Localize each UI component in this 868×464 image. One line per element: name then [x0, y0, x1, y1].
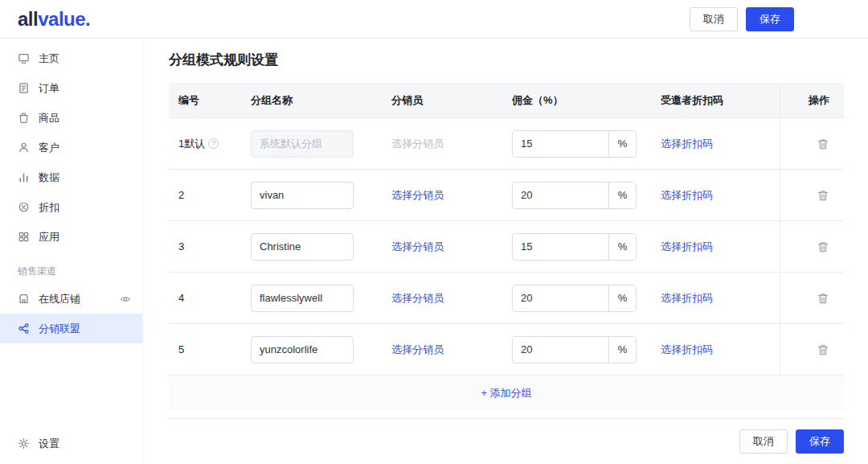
group-name-input[interactable]: [251, 182, 354, 209]
page-title: 分组模式规则设置: [169, 51, 844, 69]
add-group-button[interactable]: + 添加分组: [169, 376, 844, 411]
col-header-action: 操作: [780, 83, 844, 117]
commission-input[interactable]: [513, 234, 608, 260]
topbar: allvalue. 取消 保存: [0, 0, 868, 39]
select-distributor-link[interactable]: 选择分销员: [391, 188, 444, 203]
trash-icon[interactable]: [817, 343, 829, 356]
col-header-name: 分组名称: [241, 93, 382, 108]
row-id: 2: [169, 189, 241, 201]
trash-icon[interactable]: [817, 292, 829, 305]
select-discount-code-link[interactable]: 选择折扣码: [661, 137, 713, 151]
home-icon: [18, 52, 30, 64]
select-discount-code-link[interactable]: 选择折扣码: [661, 240, 713, 254]
sidebar-item-online-store[interactable]: 在线店铺: [0, 284, 142, 314]
sidebar-item-apps[interactable]: 应用: [0, 222, 142, 252]
logo-part-all: all: [18, 8, 38, 31]
discount-icon: [18, 201, 30, 213]
commission-input-group: %: [512, 336, 637, 363]
table-row: 1默认 ? 选择分销员 %: [169, 118, 844, 170]
select-discount-code-link[interactable]: 选择折扣码: [661, 343, 713, 357]
orders-icon: [18, 82, 30, 94]
select-distributor-disabled: 选择分销员: [391, 137, 444, 151]
table-row: 5 选择分销员 %: [169, 324, 844, 376]
percent-suffix: %: [608, 131, 636, 157]
sidebar-item-settings[interactable]: 设置: [0, 429, 142, 458]
sidebar-item-label: 在线店铺: [39, 292, 80, 306]
sidebar-item-label: 应用: [39, 230, 59, 244]
logo-part-value: value: [38, 8, 85, 31]
percent-suffix: %: [608, 183, 636, 208]
table-row: 4 选择分销员 %: [169, 273, 844, 324]
row-id: 5: [169, 343, 241, 355]
sidebar: 主页 订单 商品 客户 数据 折扣: [0, 39, 143, 464]
sidebar-item-products[interactable]: 商品: [0, 103, 142, 133]
commission-input-group: %: [512, 182, 637, 209]
products-icon: [18, 112, 30, 124]
store-icon: [18, 293, 30, 305]
customers-icon: [18, 142, 30, 154]
footer-bar: 取消 保存: [169, 418, 844, 464]
gear-icon: [18, 437, 30, 450]
select-distributor-link[interactable]: 选择分销员: [391, 240, 444, 254]
trash-icon[interactable]: [817, 189, 829, 202]
sidebar-item-customers[interactable]: 客户: [0, 133, 142, 162]
commission-input[interactable]: [513, 131, 608, 157]
select-discount-code-link[interactable]: 选择折扣码: [661, 291, 713, 306]
sidebar-item-label: 分销联盟: [39, 322, 80, 336]
table-header-row: 编号 分组名称 分销员 佣金（%） 受邀者折扣码 操作: [169, 83, 844, 118]
cancel-button[interactable]: 取消: [690, 7, 738, 31]
sidebar-item-label: 客户: [39, 141, 59, 155]
col-header-discount: 受邀者折扣码: [651, 93, 780, 108]
percent-suffix: %: [608, 234, 636, 260]
save-button[interactable]: 保存: [796, 429, 844, 454]
sidebar-section-sales-channels: 销售渠道: [0, 252, 142, 284]
row-id: 3: [169, 240, 241, 253]
table-row: 2 选择分销员 %: [169, 170, 844, 221]
sidebar-item-label: 折扣: [39, 200, 59, 215]
brand-logo: allvalue.: [18, 8, 90, 31]
commission-input[interactable]: [513, 285, 608, 311]
commission-input-group: %: [512, 233, 637, 261]
main-panel: 分组模式规则设置 编号 分组名称 分销员 佣金（%） 受邀者折扣码 操作: [143, 39, 868, 464]
percent-suffix: %: [608, 285, 636, 311]
select-distributor-link[interactable]: 选择分销员: [391, 291, 444, 306]
commission-input[interactable]: [513, 337, 608, 363]
sidebar-item-label: 订单: [39, 81, 59, 96]
col-header-distributor: 分销员: [382, 93, 502, 108]
table-row: 3 选择分销员 %: [169, 221, 844, 273]
select-distributor-link[interactable]: 选择分销员: [391, 343, 444, 357]
commission-input-group: %: [512, 130, 637, 158]
percent-suffix: %: [608, 337, 636, 363]
trash-icon[interactable]: [817, 138, 829, 150]
affiliate-network-icon: [18, 322, 30, 335]
row-id: 1默认 ?: [169, 137, 241, 151]
sidebar-item-data[interactable]: 数据: [0, 162, 142, 192]
logo-dot: .: [85, 8, 90, 31]
info-icon: ?: [208, 138, 219, 149]
topbar-actions: 取消 保存: [690, 7, 794, 31]
group-name-input[interactable]: [251, 285, 354, 312]
col-header-commission: 佣金（%）: [502, 93, 651, 108]
sidebar-item-discounts[interactable]: 折扣: [0, 192, 142, 222]
main-content: 分组模式规则设置 编号 分组名称 分销员 佣金（%） 受邀者折扣码 操作: [143, 39, 868, 418]
app-window: allvalue. 取消 保存 主页 订单 商品 客户: [0, 0, 868, 464]
save-button[interactable]: 保存: [746, 7, 794, 31]
group-rules-table: 编号 分组名称 分销员 佣金（%） 受邀者折扣码 操作 1默认 ?: [169, 83, 844, 411]
cancel-button[interactable]: 取消: [739, 429, 788, 454]
sidebar-item-home[interactable]: 主页: [0, 43, 142, 73]
trash-icon[interactable]: [817, 240, 829, 253]
commission-input-group: %: [512, 285, 637, 312]
group-name-input[interactable]: [251, 233, 354, 261]
select-discount-code-link[interactable]: 选择折扣码: [661, 188, 713, 203]
sidebar-item-label: 数据: [39, 170, 59, 185]
eye-icon[interactable]: [120, 294, 131, 305]
sidebar-item-affiliate[interactable]: 分销联盟: [0, 314, 142, 343]
sidebar-item-label: 商品: [39, 111, 59, 125]
data-chart-icon: [18, 171, 30, 183]
group-name-input[interactable]: [251, 336, 354, 363]
sidebar-item-orders[interactable]: 订单: [0, 73, 142, 103]
sidebar-item-label: 主页: [39, 51, 59, 66]
sidebar-item-label: 设置: [39, 437, 59, 451]
commission-input[interactable]: [513, 183, 608, 208]
group-name-input: [251, 130, 354, 158]
